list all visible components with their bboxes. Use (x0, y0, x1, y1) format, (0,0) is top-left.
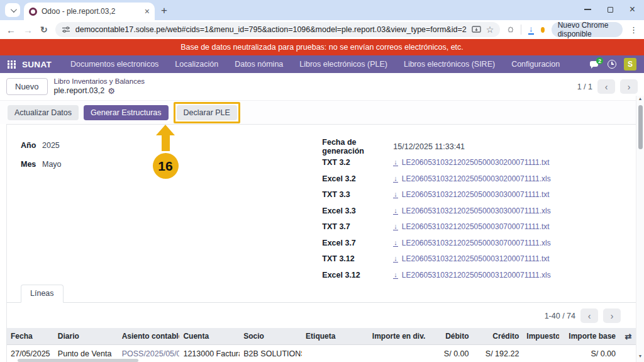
annotation-highlight-box: Declarar PLE (174, 102, 240, 123)
list-pager-prev-icon[interactable]: ‹ (580, 308, 598, 323)
file-link[interactable]: ↓LE2060531032120250500030200071111.txt (393, 158, 549, 167)
reload-icon[interactable]: ↻ (40, 25, 48, 35)
scroll-up-icon[interactable]: ▲ (638, 96, 643, 102)
table-header-row: Fecha Diario Asiento contable Cuenta Soc… (7, 328, 637, 345)
odoo-navbar: SUNAT Documentos electronicos Localizaci… (0, 55, 644, 73)
menu-localizacion[interactable]: Localización (170, 60, 223, 69)
file-label: Excel 3.2 (322, 174, 393, 183)
generation-date-value: 15/12/2025 11:33:41 (393, 142, 465, 151)
col-credito[interactable]: Crédito (472, 332, 523, 341)
cell-credito[interactable]: S/ 192.22 (472, 349, 523, 358)
tab-search-button[interactable] (5, 3, 20, 17)
file-label: Excel 3.7 (322, 239, 393, 247)
download-file-icon[interactable]: ↓ (393, 223, 398, 230)
downloads-icon[interactable]: ↓ (528, 25, 534, 35)
menu-datos-nomina[interactable]: Datos nómina (230, 60, 288, 69)
col-diario[interactable]: Diario (54, 332, 118, 341)
messages-icon[interactable]: 2 (590, 60, 600, 68)
file-label: Excel 3.12 (322, 271, 393, 280)
menu-configuracion[interactable]: Configuracion (506, 60, 565, 69)
download-file-icon[interactable]: ↓ (393, 159, 398, 166)
tab-lineas[interactable]: Líneas (21, 285, 64, 303)
download-file-icon[interactable]: ↓ (393, 239, 398, 247)
site-settings-icon[interactable] (62, 25, 70, 34)
activities-icon[interactable] (608, 60, 616, 69)
download-file-icon[interactable]: ↓ (393, 271, 398, 279)
file-link[interactable]: ↓LE2060531032120250500031200071111.txt (393, 254, 549, 263)
cell-debito[interactable]: S/ 0.00 (425, 349, 473, 358)
col-asiento[interactable]: Asiento contable (118, 332, 180, 341)
list-pager-next-icon[interactable]: › (603, 308, 621, 323)
tab-close-icon[interactable]: × (145, 6, 150, 16)
apps-grid-icon[interactable] (8, 60, 16, 69)
notification-dot-icon[interactable] (541, 27, 545, 33)
restore-icon[interactable] (608, 7, 613, 13)
scroll-down-icon[interactable]: ▼ (638, 353, 643, 359)
col-fecha[interactable]: Fecha (7, 332, 54, 341)
gear-icon[interactable]: ⚙ (108, 86, 115, 96)
browser-tab-strip: Odoo - ple.report.03,2 × + × (0, 0, 644, 20)
col-importe-div[interactable]: Importe en div... (369, 332, 425, 341)
bookmark-star-icon[interactable]: ☆ (486, 25, 494, 35)
declarar-ple-button[interactable]: Declarar PLE (177, 105, 237, 120)
browser-toolbar: ← → ↻ democontable17.solse.pe/web#cids=1… (0, 20, 644, 39)
menu-libros-ple[interactable]: Libros electrónicos (PLE) (294, 60, 392, 69)
url-text[interactable]: democontable17.solse.pe/web#cids=1&menu_… (75, 25, 467, 34)
col-debito[interactable]: Débito (425, 332, 473, 341)
file-link[interactable]: ↓LE2060531032120250500030700071111.txt (393, 222, 549, 231)
generar-estructuras-button[interactable]: Generar Estructuras (84, 105, 169, 120)
user-avatar[interactable]: S (624, 58, 636, 71)
install-icon[interactable] (472, 26, 481, 34)
browser-menu-icon[interactable]: ⋮ (630, 25, 638, 35)
col-cuenta[interactable]: Cuenta (179, 332, 240, 341)
file-link[interactable]: ↓LE2060531032120250500030200071111.xls (393, 174, 550, 183)
menu-documentos-electronicos[interactable]: Documentos electronicos (65, 60, 164, 69)
browser-tab[interactable]: Odoo - ple.report.03,2 × (24, 3, 155, 20)
forward-icon[interactable]: → (23, 25, 33, 35)
list-pager: 1-40 / 74 ‹ › (7, 303, 637, 328)
new-button[interactable]: Nuevo (6, 78, 48, 95)
breadcrumb-parent[interactable]: Libro Inventarios y Balances (54, 77, 145, 86)
menu-libros-sire[interactable]: Libros electrónicos (SIRE) (399, 60, 500, 69)
cell-asiento[interactable]: POSS/2025/05/0... (118, 349, 180, 358)
scrollbar-thumb[interactable] (638, 105, 643, 149)
cell-cuenta[interactable]: 1213000 Facturas... (179, 349, 240, 358)
breadcrumb: Libro Inventarios y Balances ple.report.… (54, 77, 145, 96)
col-socio[interactable]: Socio (240, 332, 302, 341)
cell-importe-base[interactable]: S/ 0.00 (559, 349, 619, 358)
file-link[interactable]: ↓LE2060531032120250500030300071111.xls (393, 206, 550, 215)
download-file-icon[interactable]: ↓ (393, 175, 398, 183)
new-tab-icon[interactable]: + (161, 4, 167, 17)
file-link[interactable]: ↓LE2060531032120250500030700071111.xls (393, 239, 550, 247)
col-etiqueta[interactable]: Etiqueta (302, 332, 369, 341)
address-bar[interactable]: democontable17.solse.pe/web#cids=1&menu_… (55, 22, 501, 37)
cell-socio[interactable]: B2B SOLUTIONS ... (240, 349, 302, 358)
generation-date-label: Fecha de generación (322, 138, 393, 156)
back-icon[interactable]: ← (6, 25, 16, 35)
vertical-scrollbar[interactable]: ▲ ▼ (636, 96, 644, 362)
cell-diario[interactable]: Punto de Venta (54, 349, 118, 358)
download-file-icon[interactable]: ↓ (393, 207, 398, 215)
list-pager-text: 1-40 / 74 (545, 312, 575, 320)
file-link[interactable]: ↓LE2060531032120250500030300071111.txt (393, 190, 549, 199)
app-brand[interactable]: SUNAT (22, 60, 52, 69)
minimize-icon[interactable] (584, 9, 591, 10)
horizontal-scrollbar[interactable] (18, 359, 138, 362)
download-file-icon[interactable]: ↓ (393, 255, 398, 263)
window-close-icon[interactable]: × (630, 4, 635, 14)
col-importe-base[interactable]: Importe base (559, 332, 619, 341)
actualizar-datos-button[interactable]: Actualizar Datos (8, 105, 79, 120)
year-value[interactable]: 2025 (42, 141, 60, 150)
col-impuesto[interactable]: Impuesto (523, 332, 559, 341)
odoo-favicon-icon (29, 8, 37, 16)
cell-fecha[interactable]: 27/05/2025 (7, 349, 54, 358)
step-number-badge: 16 (153, 153, 179, 179)
adjust-columns-icon[interactable]: ⇄ (619, 332, 637, 341)
record-pager-prev-icon[interactable]: ‹ (597, 79, 615, 94)
record-pager-next-icon[interactable]: › (620, 79, 638, 94)
chrome-update-button[interactable]: Nuevo Chrome disponible (552, 22, 623, 37)
month-value[interactable]: Mayo (42, 160, 62, 169)
extensions-icon[interactable] (508, 25, 514, 35)
download-file-icon[interactable]: ↓ (393, 191, 398, 198)
file-link[interactable]: ↓LE2060531032120250500031200071111.xls (393, 271, 550, 280)
